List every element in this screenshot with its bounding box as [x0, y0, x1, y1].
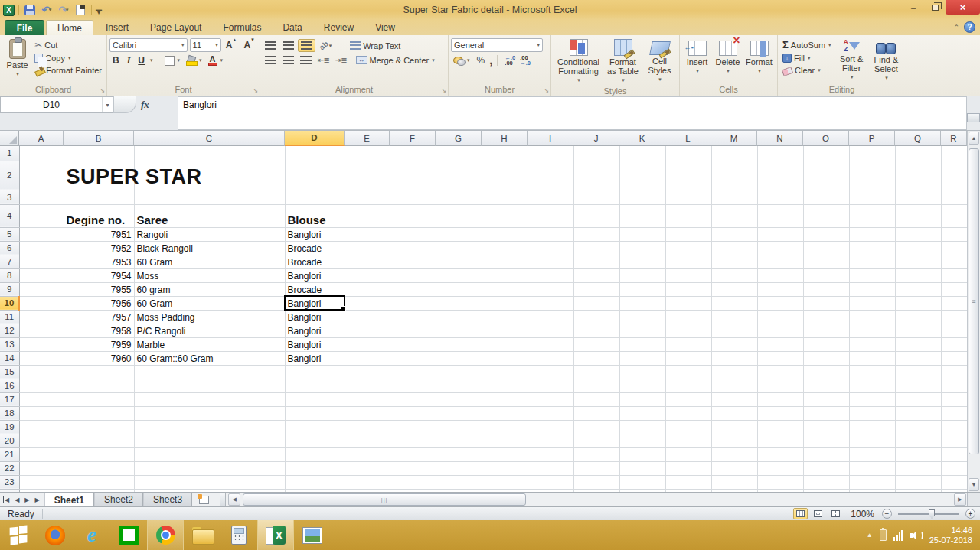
- cell-N21[interactable]: [757, 447, 803, 461]
- cell-E13[interactable]: [345, 337, 390, 351]
- cell-L6[interactable]: [665, 241, 711, 255]
- row-header-1[interactable]: 1: [0, 146, 19, 161]
- cell-M14[interactable]: [711, 351, 757, 365]
- cell-P6[interactable]: [849, 241, 895, 255]
- cell-G3[interactable]: [436, 190, 482, 204]
- cell-F11[interactable]: [390, 310, 436, 324]
- cell-L1[interactable]: [665, 146, 711, 161]
- cell-Q6[interactable]: [895, 241, 941, 255]
- cell-D7[interactable]: Brocade: [285, 255, 345, 268]
- cell-M1[interactable]: [711, 146, 757, 161]
- cell-A22[interactable]: [19, 461, 64, 475]
- cell-N13[interactable]: [757, 337, 803, 351]
- cell-H14[interactable]: [482, 351, 528, 365]
- dialog-launcher-icon[interactable]: ↘: [441, 87, 446, 94]
- vertical-scrollbar[interactable]: ▲ ▼: [967, 131, 980, 492]
- cell-P15[interactable]: [849, 365, 895, 379]
- column-header-L[interactable]: L: [665, 131, 711, 146]
- cell-O23[interactable]: [803, 475, 849, 489]
- row-header-15[interactable]: 15: [0, 365, 19, 379]
- row-header-10[interactable]: 10: [0, 296, 19, 310]
- row-header-6[interactable]: 6: [0, 241, 19, 255]
- cell-B10[interactable]: 7956: [64, 296, 134, 310]
- cell-M17[interactable]: [711, 392, 757, 406]
- cell-N8[interactable]: [757, 268, 803, 282]
- cell-Q11[interactable]: [895, 310, 941, 324]
- cell-N10[interactable]: [757, 296, 803, 310]
- row-header-19[interactable]: 19: [0, 420, 19, 434]
- cell-P4[interactable]: [849, 204, 895, 227]
- vertical-split-box[interactable]: [967, 113, 980, 122]
- cell-I3[interactable]: [528, 190, 573, 204]
- cell-N23[interactable]: [757, 475, 803, 489]
- cell-E11[interactable]: [345, 310, 390, 324]
- column-header-E[interactable]: E: [345, 131, 390, 146]
- cell-I5[interactable]: [528, 227, 573, 241]
- cell-J10[interactable]: [573, 296, 619, 310]
- shrink-font-button[interactable]: A▼: [241, 40, 257, 50]
- cell-N6[interactable]: [757, 241, 803, 255]
- cell-G8[interactable]: [436, 268, 482, 282]
- cell-D16[interactable]: [285, 379, 345, 392]
- cell-L12[interactable]: [665, 324, 711, 337]
- cell-I12[interactable]: [528, 324, 573, 337]
- delete-cells-button[interactable]: Delete▾: [713, 37, 743, 84]
- font-family-select[interactable]: Calibri▾: [109, 38, 188, 52]
- cell-M18[interactable]: [711, 406, 757, 420]
- cell-B8[interactable]: 7954: [64, 268, 134, 282]
- battery-icon[interactable]: [880, 529, 887, 541]
- cell-C5[interactable]: Rangoli: [134, 227, 285, 241]
- cell-F3[interactable]: [390, 190, 436, 204]
- cell-C12[interactable]: P/C Rangoli: [134, 324, 285, 337]
- dialog-launcher-icon[interactable]: ↘: [100, 87, 105, 94]
- cell-R10[interactable]: [941, 296, 967, 310]
- cell-C13[interactable]: Marble: [134, 337, 285, 351]
- taskbar-start-button[interactable]: [0, 520, 37, 550]
- cell-B11[interactable]: 7957: [64, 310, 134, 324]
- cell-I20[interactable]: [528, 434, 573, 447]
- cell-D19[interactable]: [285, 420, 345, 434]
- first-sheet-button[interactable]: ◀: [3, 496, 9, 503]
- name-box[interactable]: D10 ▾: [0, 96, 113, 113]
- cell-F23[interactable]: [390, 475, 436, 489]
- cell-A13[interactable]: [19, 337, 64, 351]
- cut-button[interactable]: ✂Cut: [32, 39, 104, 51]
- help-icon[interactable]: ?: [964, 21, 975, 33]
- cell-D5[interactable]: Banglori: [285, 227, 345, 241]
- cell-M10[interactable]: [711, 296, 757, 310]
- cell-B22[interactable]: [64, 461, 134, 475]
- cell-F21[interactable]: [390, 447, 436, 461]
- cell-C19[interactable]: [134, 420, 285, 434]
- cell-P8[interactable]: [849, 268, 895, 282]
- cell-H15[interactable]: [482, 365, 528, 379]
- autosum-button[interactable]: ΣAutoSum▾: [780, 38, 835, 51]
- cell-O10[interactable]: [803, 296, 849, 310]
- cell-H22[interactable]: [482, 461, 528, 475]
- insert-cells-button[interactable]: Insert▾: [683, 37, 712, 84]
- cell-K3[interactable]: [619, 190, 665, 204]
- cell-A14[interactable]: [19, 351, 64, 365]
- cell-J3[interactable]: [573, 190, 619, 204]
- cell-M5[interactable]: [711, 227, 757, 241]
- row-header-9[interactable]: 9: [0, 282, 19, 296]
- cell-I23[interactable]: [528, 475, 573, 489]
- page-break-view-button[interactable]: [828, 508, 843, 519]
- cell-N15[interactable]: [757, 365, 803, 379]
- name-box-caret-icon[interactable]: ▾: [102, 97, 113, 112]
- cell-Q18[interactable]: [895, 406, 941, 420]
- cell-J16[interactable]: [573, 379, 619, 392]
- cell-O13[interactable]: [803, 337, 849, 351]
- taskbar-file-explorer[interactable]: [184, 520, 220, 550]
- borders-button[interactable]: ▾: [162, 55, 183, 67]
- cell-K18[interactable]: [619, 406, 665, 420]
- cell-C11[interactable]: Moss Padding: [134, 310, 285, 324]
- cell-F1[interactable]: [390, 146, 436, 161]
- row-header-5[interactable]: 5: [0, 227, 19, 241]
- cell-M3[interactable]: [711, 190, 757, 204]
- cell-R15[interactable]: [941, 365, 967, 379]
- cell-O2[interactable]: [803, 161, 849, 190]
- cell-G11[interactable]: [436, 310, 482, 324]
- cell-M19[interactable]: [711, 420, 757, 434]
- cell-N1[interactable]: [757, 146, 803, 161]
- cell-F20[interactable]: [390, 434, 436, 447]
